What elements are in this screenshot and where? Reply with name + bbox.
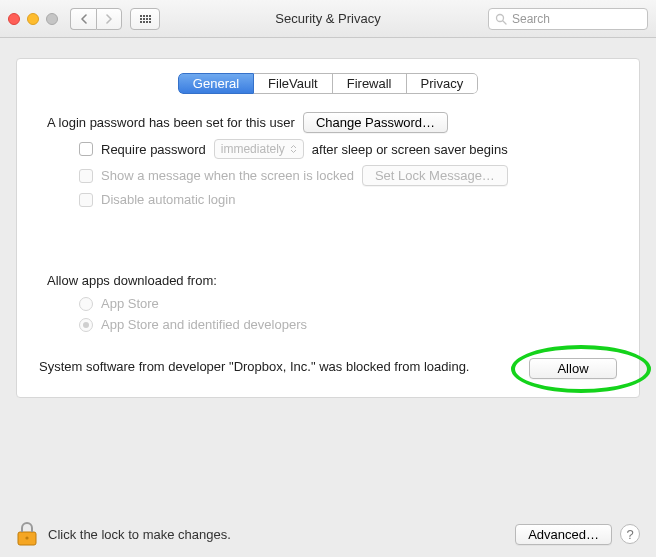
- disable-auto-login-checkbox: [79, 193, 93, 207]
- select-chevron-icon: [290, 144, 297, 154]
- set-lock-message-button: Set Lock Message…: [362, 165, 508, 186]
- main-panel: General FileVault Firewall Privacy A log…: [16, 58, 640, 398]
- svg-line-1: [503, 21, 506, 24]
- tab-filevault[interactable]: FileVault: [254, 73, 333, 94]
- require-password-tail: after sleep or screen saver begins: [312, 142, 508, 157]
- require-password-row: Require password immediately after sleep…: [79, 139, 617, 159]
- allow-button[interactable]: Allow: [529, 358, 617, 379]
- forward-button[interactable]: [96, 8, 122, 30]
- search-input[interactable]: [512, 12, 641, 26]
- help-icon: ?: [626, 527, 633, 542]
- svg-point-3: [25, 536, 28, 539]
- close-window-button[interactable]: [8, 13, 20, 25]
- show-all-button[interactable]: [130, 8, 160, 30]
- tab-firewall[interactable]: Firewall: [333, 73, 407, 94]
- titlebar: Security & Privacy: [0, 0, 656, 38]
- back-button[interactable]: [70, 8, 96, 30]
- grid-icon: [140, 15, 151, 23]
- radio-appstore-label: App Store: [101, 296, 159, 311]
- require-password-delay-select[interactable]: immediately: [214, 139, 304, 159]
- advanced-button[interactable]: Advanced…: [515, 524, 612, 545]
- show-message-row: Show a message when the screen is locked…: [79, 165, 617, 186]
- require-password-checkbox[interactable]: [79, 142, 93, 156]
- tab-row: General FileVault Firewall Privacy: [39, 73, 617, 94]
- search-field-wrap[interactable]: [488, 8, 648, 30]
- download-option-identified: App Store and identified developers: [79, 317, 617, 332]
- lock-icon: [16, 521, 38, 547]
- show-message-label: Show a message when the screen is locked: [101, 168, 354, 183]
- download-option-appstore: App Store: [79, 296, 617, 311]
- help-button[interactable]: ?: [620, 524, 640, 544]
- lock-hint-text: Click the lock to make changes.: [48, 527, 231, 542]
- tab-privacy[interactable]: Privacy: [407, 73, 479, 94]
- radio-identified-developers: [79, 318, 93, 332]
- tabs: General FileVault Firewall Privacy: [178, 73, 478, 94]
- require-password-delay-value: immediately: [221, 142, 285, 156]
- disable-auto-login-row: Disable automatic login: [79, 192, 617, 207]
- login-password-text: A login password has been set for this u…: [47, 115, 295, 130]
- radio-identified-label: App Store and identified developers: [101, 317, 307, 332]
- chevron-left-icon: [80, 14, 88, 24]
- window-controls: [8, 13, 58, 25]
- footer: Click the lock to make changes. Advanced…: [16, 521, 640, 547]
- svg-point-0: [497, 14, 504, 21]
- nav-buttons: [70, 8, 122, 30]
- lock-button[interactable]: [16, 521, 38, 547]
- radio-appstore: [79, 297, 93, 311]
- change-password-button[interactable]: Change Password…: [303, 112, 448, 133]
- blocked-software-row: System software from developer "Dropbox,…: [39, 358, 617, 379]
- blocked-software-message: System software from developer "Dropbox,…: [39, 358, 513, 375]
- allow-apps-heading: Allow apps downloaded from:: [47, 273, 617, 288]
- zoom-window-button: [46, 13, 58, 25]
- login-password-row: A login password has been set for this u…: [47, 112, 617, 133]
- minimize-window-button[interactable]: [27, 13, 39, 25]
- search-icon: [495, 13, 507, 25]
- disable-auto-login-label: Disable automatic login: [101, 192, 235, 207]
- require-password-label: Require password: [101, 142, 206, 157]
- show-message-checkbox: [79, 169, 93, 183]
- chevron-right-icon: [105, 14, 113, 24]
- tab-general[interactable]: General: [178, 73, 254, 94]
